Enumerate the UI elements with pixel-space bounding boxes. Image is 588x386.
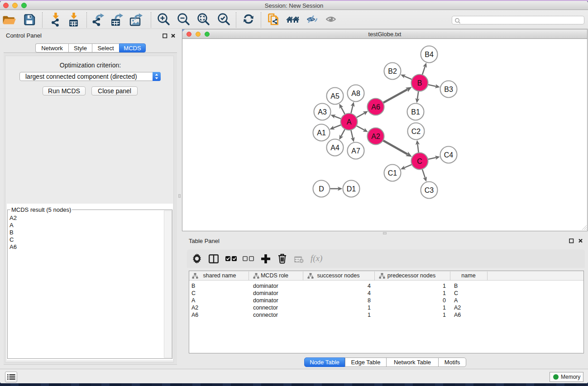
svg-text:A8: A8 (351, 90, 360, 97)
svg-text:A4: A4 (330, 144, 339, 152)
svg-text:A5: A5 (330, 92, 339, 100)
svg-text:D1: D1 (347, 185, 356, 193)
svg-text:A3: A3 (318, 108, 327, 116)
svg-text:A2: A2 (371, 133, 380, 140)
svg-text:A6: A6 (371, 103, 380, 111)
svg-text:D: D (319, 185, 324, 193)
svg-text:C3: C3 (425, 186, 434, 194)
svg-text:C2: C2 (411, 128, 421, 135)
svg-text:B1: B1 (411, 108, 420, 116)
svg-text:A7: A7 (351, 147, 360, 155)
svg-text:B: B (417, 79, 422, 87)
svg-text:C1: C1 (388, 169, 397, 177)
svg-text:A: A (347, 118, 352, 126)
svg-text:B3: B3 (444, 86, 453, 93)
svg-text:B4: B4 (425, 51, 434, 58)
svg-text:C: C (417, 157, 422, 165)
svg-text:A1: A1 (317, 129, 326, 137)
svg-text:C4: C4 (444, 151, 454, 159)
svg-text:B2: B2 (388, 67, 397, 75)
